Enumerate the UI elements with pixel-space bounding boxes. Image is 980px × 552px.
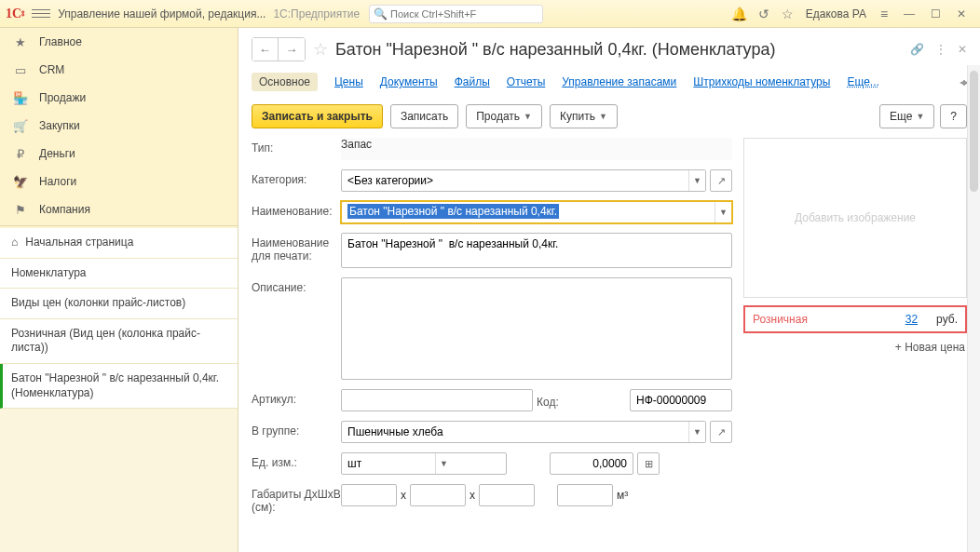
- chevron-down-icon: ▼: [524, 112, 532, 121]
- dim-width-input[interactable]: [410, 484, 466, 506]
- group-open-button[interactable]: ↗: [710, 421, 732, 443]
- code-input[interactable]: [630, 389, 732, 411]
- action-bar: Записать и закрыть Записать Продать▼ Куп…: [238, 101, 980, 138]
- name-input[interactable]: Батон "Нарезной " в/с нарезанный 0,4кг.: [347, 204, 559, 219]
- sidebar-item-label: Главное: [39, 35, 82, 48]
- sidebar-item-crm[interactable]: ▭CRM: [0, 56, 238, 84]
- app-title: Управление нашей фирмой, редакция...: [58, 7, 265, 20]
- star-icon[interactable]: ☆: [776, 3, 800, 25]
- tab-current-item[interactable]: Батон "Нарезной " в/с нарезанный 0,4кг. …: [0, 364, 238, 409]
- print-name-label: Наименование для печати:: [252, 233, 341, 263]
- chevron-down-icon[interactable]: ▼: [435, 453, 452, 474]
- sidebar-item-taxes[interactable]: 🦅Налоги: [0, 168, 238, 195]
- dim-volume-input[interactable]: [557, 484, 613, 506]
- weight-calc-button[interactable]: ⊞: [637, 452, 660, 475]
- star-icon: ★: [11, 35, 30, 49]
- shop-icon: 🏪: [11, 91, 30, 105]
- code-label: Код:: [537, 392, 626, 409]
- sidebar-item-label: Деньги: [39, 147, 75, 160]
- sidebar-item-label: Продажи: [39, 91, 86, 104]
- dimensions-label: Габариты ДхШхВ (см):: [252, 484, 341, 514]
- tab-files[interactable]: Файлы: [455, 75, 490, 88]
- sidebar-item-label: Налоги: [39, 175, 76, 188]
- print-name-input[interactable]: Батон "Нарезной " в/с нарезанный 0,4кг.: [341, 233, 732, 268]
- tab-price-types[interactable]: Виды цен (колонки прайс-листов): [0, 289, 238, 319]
- unit-input[interactable]: [341, 452, 507, 475]
- type-value: Запас: [341, 138, 732, 160]
- save-button[interactable]: Записать: [390, 104, 458, 128]
- tab-prices[interactable]: Цены: [334, 75, 363, 88]
- sidebar-item-sales[interactable]: 🏪Продажи: [0, 84, 238, 112]
- nav-back-button[interactable]: ←: [252, 38, 279, 61]
- unit-label: Ед. изм.:: [252, 452, 341, 469]
- scrollbar-thumb[interactable]: [970, 71, 978, 192]
- description-input[interactable]: [341, 277, 732, 380]
- tab-main[interactable]: Основное: [252, 73, 318, 91]
- chevron-down-icon[interactable]: ▼: [688, 422, 705, 442]
- sidebar-item-company[interactable]: ⚑Компания: [0, 195, 238, 223]
- global-search[interactable]: 🔍: [369, 5, 543, 23]
- search-input[interactable]: [369, 5, 543, 23]
- favorite-star-icon[interactable]: ☆: [313, 39, 328, 60]
- history-icon[interactable]: ↺: [752, 3, 776, 25]
- price-currency: руб.: [936, 313, 958, 326]
- close-window-button[interactable]: ✕: [948, 3, 974, 25]
- maximize-button[interactable]: ☐: [922, 3, 948, 25]
- weight-input[interactable]: [550, 452, 633, 475]
- price-name: Розничная: [753, 313, 808, 326]
- home-icon: ⌂: [11, 236, 18, 250]
- tab-home[interactable]: ⌂Начальная страница: [0, 228, 238, 259]
- content-area: ← → ☆ Батон "Нарезной " в/с нарезанный 0…: [238, 28, 980, 552]
- sku-label: Артикул:: [252, 389, 341, 406]
- more-button[interactable]: Еще▼: [879, 104, 934, 128]
- new-price-link[interactable]: + Новая цена: [743, 337, 967, 357]
- form-main: Тип: Запас Категория: ▼ ↗ Наименование:: [252, 138, 732, 543]
- tab-stock[interactable]: Управление запасами: [562, 75, 676, 88]
- bell-icon[interactable]: 🔔: [728, 3, 752, 25]
- tab-reports[interactable]: Отчеты: [507, 75, 545, 88]
- help-button[interactable]: ?: [940, 104, 967, 128]
- category-select[interactable]: ▼: [341, 169, 706, 192]
- eagle-icon: 🦅: [11, 175, 30, 189]
- sell-button[interactable]: Продать▼: [466, 104, 542, 128]
- category-open-button[interactable]: ↗: [710, 169, 732, 192]
- sidebar-item-purchases[interactable]: 🛒Закупки: [0, 112, 238, 140]
- dim-unit: м³: [617, 489, 628, 502]
- sku-input[interactable]: [341, 389, 533, 411]
- user-name[interactable]: Едакова РА: [806, 7, 866, 20]
- group-label: В группе:: [252, 421, 341, 438]
- buy-button[interactable]: Купить▼: [550, 104, 618, 128]
- user-menu-icon[interactable]: ≡: [872, 3, 896, 25]
- price-value-link[interactable]: 32: [905, 313, 918, 326]
- tabs-scroll-icon[interactable]: ◂▸: [960, 75, 967, 88]
- tab-retail-price[interactable]: Розничная (Вид цен (колонка прайс-листа)…: [0, 319, 238, 364]
- group-input[interactable]: [341, 421, 706, 443]
- cart-icon: 🛒: [11, 119, 30, 133]
- group-select[interactable]: ▼: [341, 421, 706, 443]
- dim-length-input[interactable]: [341, 484, 397, 506]
- tab-barcodes[interactable]: Штрихкоды номенклатуры: [693, 75, 830, 88]
- chevron-down-icon: ▼: [599, 112, 607, 121]
- tab-more[interactable]: Еще...: [847, 75, 878, 88]
- tab-nomenclature[interactable]: Номенклатура: [0, 259, 238, 289]
- save-close-button[interactable]: Записать и закрыть: [252, 104, 383, 128]
- tab-documents[interactable]: Документы: [380, 75, 438, 88]
- sidebar-item-main[interactable]: ★Главное: [0, 28, 238, 56]
- kebab-icon[interactable]: ⋮: [935, 43, 946, 56]
- link-icon[interactable]: 🔗: [910, 43, 924, 56]
- sidebar-item-money[interactable]: ₽Деньги: [0, 140, 238, 168]
- dim-height-input[interactable]: [479, 484, 535, 506]
- unit-select[interactable]: ▼: [341, 452, 453, 475]
- menu-icon[interactable]: [32, 5, 50, 23]
- platform-label: 1С:Предприятие: [273, 7, 360, 20]
- tab-label: Начальная страница: [25, 236, 133, 250]
- category-input[interactable]: [341, 169, 706, 192]
- nav-forward-button[interactable]: →: [279, 38, 305, 61]
- add-image-placeholder[interactable]: Добавить изображение: [743, 138, 967, 298]
- close-page-button[interactable]: ✕: [958, 43, 967, 56]
- chevron-down-icon[interactable]: ▼: [688, 170, 705, 191]
- name-input-wrap[interactable]: Батон "Нарезной " в/с нарезанный 0,4кг. …: [341, 201, 732, 223]
- chevron-down-icon[interactable]: ▼: [715, 202, 731, 222]
- vertical-scrollbar[interactable]: [967, 65, 980, 552]
- minimize-button[interactable]: —: [896, 3, 922, 25]
